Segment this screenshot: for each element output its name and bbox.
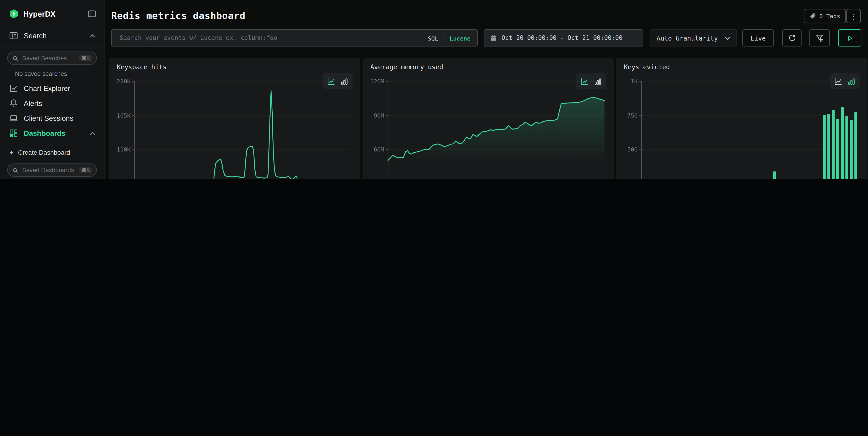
app-title: HyperDX [23,10,87,18]
granularity-select[interactable]: Auto Granularity [650,29,737,47]
svg-text:90M: 90M [374,112,384,119]
granularity-value: Auto Granularity [657,34,724,42]
chart-card: Average memory used 030M60M90M120MOct 20… [363,58,614,179]
filter-icon [815,34,824,42]
toolbar: SQL | Lucene Oct 20 00:00:00 - Oct 21 00… [105,29,868,47]
svg-text:500: 500 [627,146,638,153]
svg-text:220K: 220K [117,78,131,85]
svg-text:60M: 60M [374,146,384,153]
shortcut-badge: ⌘K [79,55,92,61]
saved-searches-input[interactable]: Saved Searches ⌘K [7,52,97,65]
search-panel-icon [9,31,18,40]
sidebar: HyperDX Search Saved Searches ⌘K No save… [0,0,105,179]
chart-card: Keys evicted 02505007501KOct 20 12:00:00… [616,58,867,179]
sql-mode-toggle[interactable]: SQL [428,35,438,41]
tag-icon [809,13,816,19]
event-search-box: SQL | Lucene [111,29,478,47]
logo-row: HyperDX [0,0,104,19]
saved-searches-placeholder: Saved Searches [22,55,79,61]
chart-title: Keys evicted [624,63,670,71]
mode-divider: | [442,35,445,41]
laptop-icon [9,114,18,123]
refresh-icon [788,34,796,42]
no-saved-searches-text: No saved searches [15,70,104,77]
search-icon [12,55,19,61]
svg-text:110K: 110K [117,146,131,153]
date-range-text: Oct 20 00:00:00 - Oct 21 00:00:00 [502,34,623,42]
search-icon [12,167,19,173]
page-title: Redis metrics dashboard [111,10,245,21]
chart-title: Keyspace hits [117,63,166,71]
sidebar-item-label: Chart Explorer [24,84,95,92]
sidebar-item-label: Alerts [24,99,95,107]
saved-dashboards-placeholder: Saved Dashboards [22,167,79,173]
date-range-picker[interactable]: Oct 20 00:00:00 - Oct 21 00:00:00 [484,29,643,47]
app-window: HyperDX Search Saved Searches ⌘K No save… [0,0,868,179]
sidebar-item-label: Dashboards [24,129,90,137]
tags-label: 0 Tags [819,13,840,19]
filter-button[interactable] [809,29,830,47]
svg-text:120M: 120M [370,78,384,85]
chart-plot: 030M60M90M120MOct 20 12:00:00 AM11:00:00… [367,78,610,179]
chevron-up-icon[interactable] [90,34,95,37]
sidebar-collapse-icon[interactable] [87,9,96,18]
hyperdx-logo-icon [9,9,19,19]
search-input[interactable] [119,34,428,42]
sidebar-item-label: Client Sessions [24,114,95,122]
refresh-button[interactable] [782,29,802,47]
svg-text:1K: 1K [631,78,638,85]
svg-text:165K: 165K [117,112,131,119]
sidebar-item-label: Search [24,32,90,40]
dashboards-grid-icon [9,128,18,138]
create-dashboard-button[interactable]: + Create Dashboard [0,146,104,158]
chart-card: Keyspace hits 055K110K165K220KOct 20 12:… [109,58,360,179]
line-chart-icon [9,84,18,93]
chevron-up-icon[interactable] [90,132,95,135]
chart-title: Average memory used [370,63,443,71]
plus-icon: + [9,148,13,156]
tags-button[interactable]: 0 Tags [804,9,846,23]
saved-dashboards-input[interactable]: Saved Dashboards ⌘K [7,164,97,177]
chevron-down-icon [724,36,730,40]
create-dashboard-label: Create Dashboard [18,149,70,155]
play-button[interactable] [838,29,861,47]
live-button[interactable]: Live [742,29,774,47]
calendar-icon [490,34,497,42]
kebab-menu-button[interactable]: ⋮ [846,9,861,23]
sidebar-nav: Chart Explorer Alerts Client Sessions Da… [0,81,104,141]
chart-plot: 02505007501KOct 20 12:00:00 AM11:00:00 A… [621,78,863,179]
chart-plot: 055K110K165K220KOct 20 12:00:00 AM11:00:… [114,78,356,179]
sidebar-item-alerts[interactable]: Alerts [0,96,104,111]
sidebar-item-client-sessions[interactable]: Client Sessions [0,111,104,126]
charts-grid: Keyspace hits 055K110K165K220KOct 20 12:… [109,58,867,179]
sidebar-item-chart-explorer[interactable]: Chart Explorer [0,81,104,96]
shortcut-badge: ⌘K [79,167,92,173]
play-icon [846,34,854,42]
sidebar-item-dashboards[interactable]: Dashboards [0,126,104,141]
lucene-mode-toggle[interactable]: Lucene [450,35,470,41]
bell-icon [9,99,18,108]
main-content: Redis metrics dashboard 0 Tags ⋮ SQL | L… [105,0,868,179]
svg-text:750: 750 [627,112,638,119]
sidebar-item-search[interactable]: Search [0,31,104,47]
